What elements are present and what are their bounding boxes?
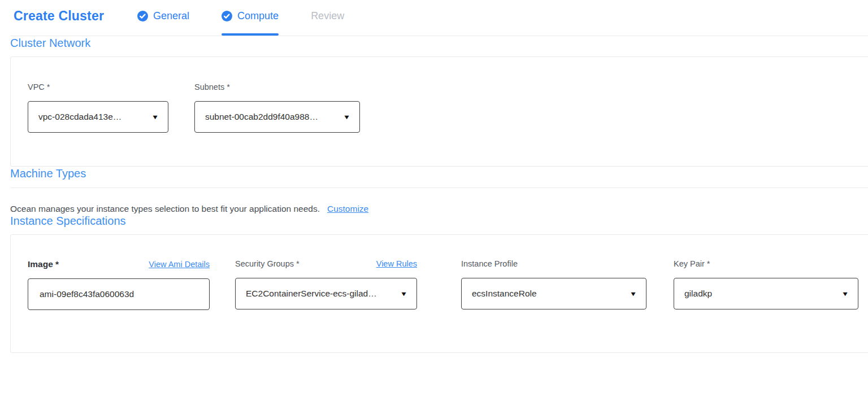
instance-specifications-heading: Instance Specifications [10,214,868,228]
instance-specifications-card: Image * View Ami Details Security Groups… [10,234,868,353]
wizard-tabs: General Compute Review [137,8,344,24]
tab-review: Review [311,8,344,24]
tab-general[interactable]: General [137,8,189,24]
tabs-divider [10,36,868,36]
cluster-network-card: VPC * vpc-028cdada413e… ▼ Subnets * subn… [10,56,868,167]
view-rules-link[interactable]: View Rules [376,259,417,268]
check-circle-icon [222,11,232,21]
chevron-down-icon: ▼ [151,114,159,120]
instance-profile-select[interactable]: ecsInstanceRole ▼ [461,278,646,309]
security-groups-select-value: EC2ContainerService-ecs-gilad… [246,289,377,299]
subnets-select[interactable]: subnet-00cab2dd9f40a988… ▼ [194,101,360,133]
key-pair-field: Key Pair * giladkp ▼ [674,259,858,310]
view-ami-details-link[interactable]: View Ami Details [149,260,210,269]
tab-review-label: Review [311,10,344,22]
vpc-select[interactable]: vpc-028cdada413e… ▼ [28,101,168,133]
wizard-content: Cluster Network VPC * vpc-028cdada413e… … [0,36,868,353]
vpc-label: VPC * [28,82,168,92]
subnets-select-value: subnet-00cab2dd9f40a988… [205,112,318,122]
image-input[interactable] [28,278,210,310]
customize-link[interactable]: Customize [327,204,368,214]
tab-general-label: General [153,10,189,22]
subnets-field: Subnets * subnet-00cab2dd9f40a988… ▼ [194,82,360,133]
key-pair-label: Key Pair * [674,259,710,269]
key-pair-select-value: giladkp [684,289,712,299]
instance-profile-label: Instance Profile [461,259,518,269]
chevron-down-icon: ▼ [630,291,637,297]
security-groups-select[interactable]: EC2ContainerService-ecs-gilad… ▼ [235,278,417,309]
chevron-down-icon: ▼ [841,291,849,297]
chevron-down-icon: ▼ [343,114,351,120]
instance-profile-select-value: ecsInstanceRole [472,289,537,299]
machine-types-heading: Machine Types [10,167,868,180]
check-circle-icon [137,11,148,21]
machine-types-description: Ocean manages your instance types select… [10,204,320,214]
subnets-label: Subnets * [194,82,360,92]
vpc-field: VPC * vpc-028cdada413e… ▼ [28,82,168,133]
vpc-select-value: vpc-028cdada413e… [38,112,121,122]
image-label: Image * [28,259,59,269]
tab-compute-label: Compute [237,10,279,22]
key-pair-select[interactable]: giladkp ▼ [674,278,858,309]
page-title: Create Cluster [14,8,104,24]
security-groups-field: Security Groups * View Rules EC2Containe… [235,259,417,310]
tab-compute[interactable]: Compute [222,8,279,24]
machine-types-divider [10,187,868,188]
wizard-header: Create Cluster General [0,0,868,36]
chevron-down-icon: ▼ [400,291,408,297]
instance-profile-field: Instance Profile ecsInstanceRole ▼ [461,259,646,310]
security-groups-label: Security Groups * [235,259,300,269]
cluster-network-heading: Cluster Network [10,36,868,50]
image-field: Image * View Ami Details [28,259,210,310]
